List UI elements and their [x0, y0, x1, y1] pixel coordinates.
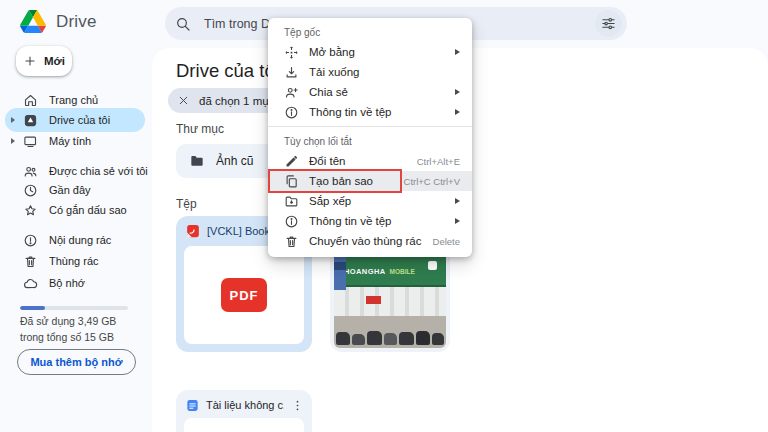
- menu-item-move-to-trash[interactable]: Chuyển vào thùng rác Delete: [268, 231, 472, 251]
- sidebar-item-label: Có gắn dấu sao: [49, 204, 127, 216]
- storage-progress: [20, 306, 128, 310]
- sidebar-item-label: Nội dung rác: [49, 234, 111, 246]
- sidebar-item-label: Trang chủ: [49, 94, 98, 106]
- google-drive-window: Drive Tìm trong Drive Mới Trang chủ: [0, 0, 768, 432]
- organize-icon: [284, 194, 299, 209]
- trash-icon: [23, 254, 38, 269]
- folder-icon: [189, 153, 205, 169]
- pdf-badge: PDF: [221, 278, 267, 312]
- menu-item-organize[interactable]: Sắp xếp: [268, 191, 472, 211]
- folder-name: Ảnh cũ: [216, 154, 253, 168]
- rename-icon: [284, 154, 299, 169]
- close-icon[interactable]: [177, 94, 190, 107]
- menu-item-download[interactable]: Tải xuống: [268, 62, 472, 82]
- menu-section-header: Tùy chọn lối tắt: [268, 131, 472, 151]
- new-button-label: Mới: [44, 55, 65, 67]
- sidebar-item-label: Gần đây: [49, 184, 91, 196]
- sidebar-item-starred[interactable]: Có gắn dấu sao: [0, 199, 152, 221]
- menu-item-rename[interactable]: Đổi tên Ctrl+Alt+E: [268, 151, 472, 171]
- tune-icon: [601, 16, 616, 31]
- search-options-button[interactable]: [595, 10, 622, 37]
- buy-storage-button[interactable]: Mua thêm bộ nhớ: [17, 349, 136, 375]
- open-with-icon: [284, 45, 299, 60]
- sidebar-item-trash[interactable]: Thùng rác: [0, 250, 152, 272]
- menu-divider: [268, 126, 472, 127]
- drive-logo-icon: [20, 10, 46, 33]
- expand-chevron-icon[interactable]: [11, 138, 15, 144]
- brand-text: Drive: [56, 12, 97, 32]
- info-icon: [284, 105, 299, 120]
- info-icon: [284, 214, 299, 229]
- submenu-chevron-icon: [455, 89, 460, 95]
- motorbikes-row: [334, 316, 446, 348]
- pdf-preview: PDF: [184, 246, 304, 344]
- copy-icon: [284, 174, 299, 189]
- people-icon: [23, 164, 38, 179]
- spam-icon: [23, 233, 38, 248]
- storefront-sign: HOANGHA MOBILE: [334, 257, 446, 287]
- sidebar-item-label: Bộ nhớ: [49, 277, 85, 289]
- search-icon: [175, 16, 191, 32]
- expand-chevron-icon[interactable]: [11, 117, 15, 123]
- brand[interactable]: Drive: [20, 10, 97, 33]
- files-section-label: Tệp: [176, 197, 197, 211]
- menu-item-make-a-copy[interactable]: Tạo bản sao Ctrl+C Ctrl+V: [268, 171, 472, 191]
- more-options-icon[interactable]: [291, 399, 304, 412]
- sidebar-item-label: Được chia sẻ với tôi: [49, 165, 148, 177]
- doc-icon: [186, 399, 199, 412]
- menu-item-open-with[interactable]: Mở bằng: [268, 42, 472, 62]
- menu-item-file-info[interactable]: Thông tin về tệp: [268, 102, 472, 122]
- menu-item-file-info-2[interactable]: Thông tin về tệp: [268, 211, 472, 231]
- my-drive-icon: [23, 113, 38, 128]
- menu-section-header: Tệp gốc: [268, 22, 472, 42]
- sidebar-item-recent[interactable]: Gần đây: [0, 179, 152, 201]
- sidebar-item-label: Thùng rác: [49, 255, 99, 267]
- photo-thumbnail: HOANGHA MOBILE: [334, 242, 446, 348]
- context-menu: Tệp gốc Mở bằng Tải xuống Chia sẻ: [268, 18, 472, 257]
- pdf-icon: [186, 224, 200, 238]
- home-icon: [23, 93, 38, 108]
- folders-section-label: Thư mục: [176, 122, 224, 136]
- computer-icon: [23, 134, 38, 149]
- selection-chip-label: đã chọn 1 mục: [199, 95, 274, 107]
- sidebar-item-label: Drive của tôi: [49, 114, 110, 126]
- storage-usage-text: Đã sử dụng 3,49 GB trong tổng số 15 GB: [20, 314, 140, 346]
- shortcut-label: Ctrl+Alt+E: [417, 156, 460, 167]
- sidebar-item-spam[interactable]: Nội dung rác: [0, 229, 152, 251]
- plus-icon: [23, 54, 37, 68]
- submenu-chevron-icon: [455, 109, 460, 115]
- new-button[interactable]: Mới: [16, 46, 72, 76]
- page-title: Drive của tôi: [176, 60, 279, 82]
- clock-icon: [23, 183, 38, 198]
- cloud-icon: [23, 276, 38, 291]
- submenu-chevron-icon: [455, 49, 460, 55]
- shortcut-label: Ctrl+C Ctrl+V: [404, 176, 460, 187]
- doc-preview: [184, 418, 304, 432]
- trash-icon: [284, 234, 299, 249]
- submenu-chevron-icon: [455, 218, 460, 224]
- sidebar-item-computers[interactable]: Máy tính: [0, 130, 152, 152]
- storage-progress-fill: [20, 306, 45, 310]
- submenu-chevron-icon: [455, 198, 460, 204]
- file-name: Tài liệu không c...: [206, 399, 284, 411]
- person-add-icon: [284, 85, 299, 100]
- sidebar-item-my-drive[interactable]: Drive của tôi: [0, 109, 152, 131]
- sidebar-item-storage[interactable]: Bộ nhớ: [0, 272, 152, 294]
- shortcut-label: Delete: [433, 236, 460, 247]
- sidebar-item-label: Máy tính: [49, 135, 91, 147]
- star-icon: [23, 203, 38, 218]
- file-tile-doc[interactable]: Tài liệu không c...: [176, 390, 312, 432]
- menu-item-share[interactable]: Chia sẻ: [268, 82, 472, 102]
- download-icon: [284, 65, 299, 80]
